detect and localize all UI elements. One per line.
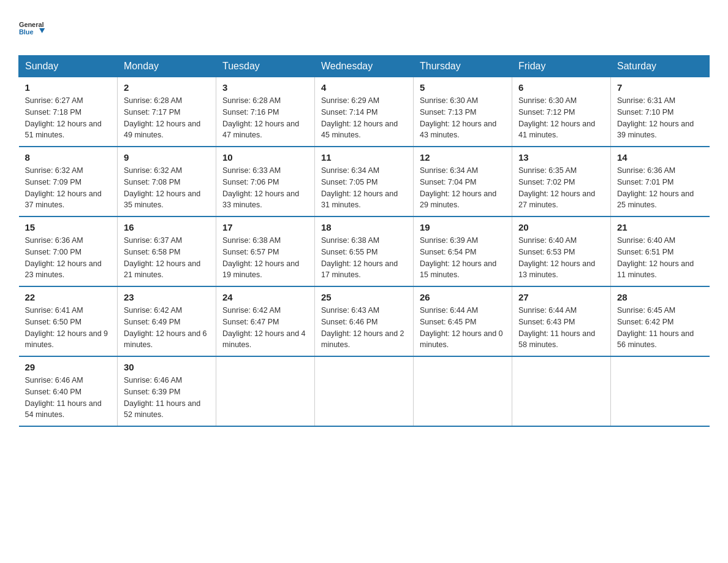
calendar-cell: 9Sunrise: 6:32 AMSunset: 7:08 PMDaylight… [118,147,216,216]
calendar-cell: 24Sunrise: 6:42 AMSunset: 6:47 PMDayligh… [216,286,315,356]
calendar-table: SundayMondayTuesdayWednesdayThursdayFrid… [18,55,710,427]
day-number: 22 [25,292,112,302]
calendar-cell: 6Sunrise: 6:30 AMSunset: 7:12 PMDaylight… [512,77,611,147]
calendar-cell: 19Sunrise: 6:39 AMSunset: 6:54 PMDayligh… [414,216,512,286]
calendar-cell [512,356,611,426]
logo: General Blue [18,12,49,43]
day-number: 25 [321,292,407,302]
day-info: Sunrise: 6:43 AMSunset: 6:46 PMDaylight:… [321,305,407,351]
calendar-cell: 17Sunrise: 6:38 AMSunset: 6:57 PMDayligh… [216,216,315,286]
day-number: 11 [321,152,407,163]
calendar-cell [216,356,315,426]
day-info: Sunrise: 6:36 AMSunset: 7:00 PMDaylight:… [25,235,112,281]
calendar-week-row: 8Sunrise: 6:32 AMSunset: 7:09 PMDaylight… [19,147,710,216]
calendar-cell: 22Sunrise: 6:41 AMSunset: 6:50 PMDayligh… [19,286,118,356]
calendar-cell: 7Sunrise: 6:31 AMSunset: 7:10 PMDaylight… [611,77,710,147]
day-info: Sunrise: 6:34 AMSunset: 7:05 PMDaylight:… [321,165,407,211]
calendar-cell [611,356,710,426]
svg-marker-1 [39,28,45,33]
day-info: Sunrise: 6:45 AMSunset: 6:42 PMDaylight:… [617,305,703,351]
day-number: 14 [617,152,703,163]
day-number: 30 [124,362,210,372]
day-info: Sunrise: 6:44 AMSunset: 6:45 PMDaylight:… [420,305,506,351]
header-wednesday: Wednesday [315,56,414,77]
day-number: 28 [617,292,703,302]
day-number: 10 [222,152,308,163]
day-info: Sunrise: 6:27 AMSunset: 7:18 PMDaylight:… [25,95,112,141]
day-number: 23 [124,292,210,302]
calendar-cell: 30Sunrise: 6:46 AMSunset: 6:39 PMDayligh… [118,356,216,426]
day-info: Sunrise: 6:30 AMSunset: 7:13 PMDaylight:… [420,95,506,141]
calendar-cell [315,356,414,426]
calendar-week-row: 1Sunrise: 6:27 AMSunset: 7:18 PMDaylight… [19,77,710,147]
day-number: 5 [420,82,506,93]
day-info: Sunrise: 6:39 AMSunset: 6:54 PMDaylight:… [420,235,506,281]
calendar-cell: 15Sunrise: 6:36 AMSunset: 7:00 PMDayligh… [19,216,118,286]
day-number: 13 [518,152,604,163]
calendar-cell [414,356,512,426]
day-number: 1 [25,82,112,93]
calendar-cell: 5Sunrise: 6:30 AMSunset: 7:13 PMDaylight… [414,77,512,147]
day-info: Sunrise: 6:29 AMSunset: 7:14 PMDaylight:… [321,95,407,141]
day-info: Sunrise: 6:32 AMSunset: 7:08 PMDaylight:… [124,165,210,211]
day-info: Sunrise: 6:46 AMSunset: 6:39 PMDaylight:… [124,375,210,421]
calendar-cell: 4Sunrise: 6:29 AMSunset: 7:14 PMDaylight… [315,77,414,147]
day-info: Sunrise: 6:40 AMSunset: 6:53 PMDaylight:… [518,235,604,281]
calendar-cell: 29Sunrise: 6:46 AMSunset: 6:40 PMDayligh… [19,356,118,426]
day-number: 2 [124,82,210,93]
logo-image: General Blue [18,12,49,43]
day-info: Sunrise: 6:32 AMSunset: 7:09 PMDaylight:… [25,165,112,211]
day-number: 18 [321,222,407,232]
day-info: Sunrise: 6:38 AMSunset: 6:55 PMDaylight:… [321,235,407,281]
calendar-week-row: 22Sunrise: 6:41 AMSunset: 6:50 PMDayligh… [19,286,710,356]
calendar-cell: 26Sunrise: 6:44 AMSunset: 6:45 PMDayligh… [414,286,512,356]
calendar-cell: 3Sunrise: 6:28 AMSunset: 7:16 PMDaylight… [216,77,315,147]
calendar-cell: 18Sunrise: 6:38 AMSunset: 6:55 PMDayligh… [315,216,414,286]
day-number: 3 [222,82,308,93]
day-info: Sunrise: 6:36 AMSunset: 7:01 PMDaylight:… [617,165,703,211]
calendar-cell: 16Sunrise: 6:37 AMSunset: 6:58 PMDayligh… [118,216,216,286]
day-number: 12 [420,152,506,163]
day-number: 7 [617,82,703,93]
day-info: Sunrise: 6:42 AMSunset: 6:49 PMDaylight:… [124,305,210,351]
day-info: Sunrise: 6:44 AMSunset: 6:43 PMDaylight:… [518,305,604,351]
day-info: Sunrise: 6:40 AMSunset: 6:51 PMDaylight:… [617,235,703,281]
day-number: 19 [420,222,506,232]
day-info: Sunrise: 6:28 AMSunset: 7:16 PMDaylight:… [222,95,308,141]
svg-text:General: General [19,21,44,28]
day-info: Sunrise: 6:38 AMSunset: 6:57 PMDaylight:… [222,235,308,281]
day-info: Sunrise: 6:31 AMSunset: 7:10 PMDaylight:… [617,95,703,141]
day-number: 17 [222,222,308,232]
day-number: 26 [420,292,506,302]
day-number: 29 [25,362,112,372]
day-info: Sunrise: 6:30 AMSunset: 7:12 PMDaylight:… [518,95,604,141]
calendar-cell: 13Sunrise: 6:35 AMSunset: 7:02 PMDayligh… [512,147,611,216]
day-number: 9 [124,152,210,163]
day-number: 16 [124,222,210,232]
calendar-cell: 25Sunrise: 6:43 AMSunset: 6:46 PMDayligh… [315,286,414,356]
day-number: 20 [518,222,604,232]
calendar-week-row: 15Sunrise: 6:36 AMSunset: 7:00 PMDayligh… [19,216,710,286]
day-info: Sunrise: 6:41 AMSunset: 6:50 PMDaylight:… [25,305,112,351]
day-number: 27 [518,292,604,302]
svg-text:Blue: Blue [19,28,34,36]
day-number: 15 [25,222,112,232]
header-monday: Monday [118,56,216,77]
calendar-cell: 28Sunrise: 6:45 AMSunset: 6:42 PMDayligh… [611,286,710,356]
day-info: Sunrise: 6:46 AMSunset: 6:40 PMDaylight:… [25,375,112,421]
calendar-cell: 27Sunrise: 6:44 AMSunset: 6:43 PMDayligh… [512,286,611,356]
day-number: 21 [617,222,703,232]
day-info: Sunrise: 6:34 AMSunset: 7:04 PMDaylight:… [420,165,506,211]
calendar-cell: 14Sunrise: 6:36 AMSunset: 7:01 PMDayligh… [611,147,710,216]
day-number: 24 [222,292,308,302]
calendar-cell: 8Sunrise: 6:32 AMSunset: 7:09 PMDaylight… [19,147,118,216]
calendar-cell: 21Sunrise: 6:40 AMSunset: 6:51 PMDayligh… [611,216,710,286]
header-tuesday: Tuesday [216,56,315,77]
day-info: Sunrise: 6:42 AMSunset: 6:47 PMDaylight:… [222,305,308,351]
header-thursday: Thursday [414,56,512,77]
day-info: Sunrise: 6:35 AMSunset: 7:02 PMDaylight:… [518,165,604,211]
header-saturday: Saturday [611,56,710,77]
day-info: Sunrise: 6:33 AMSunset: 7:06 PMDaylight:… [222,165,308,211]
calendar-cell: 10Sunrise: 6:33 AMSunset: 7:06 PMDayligh… [216,147,315,216]
calendar-header-row: SundayMondayTuesdayWednesdayThursdayFrid… [19,56,710,77]
